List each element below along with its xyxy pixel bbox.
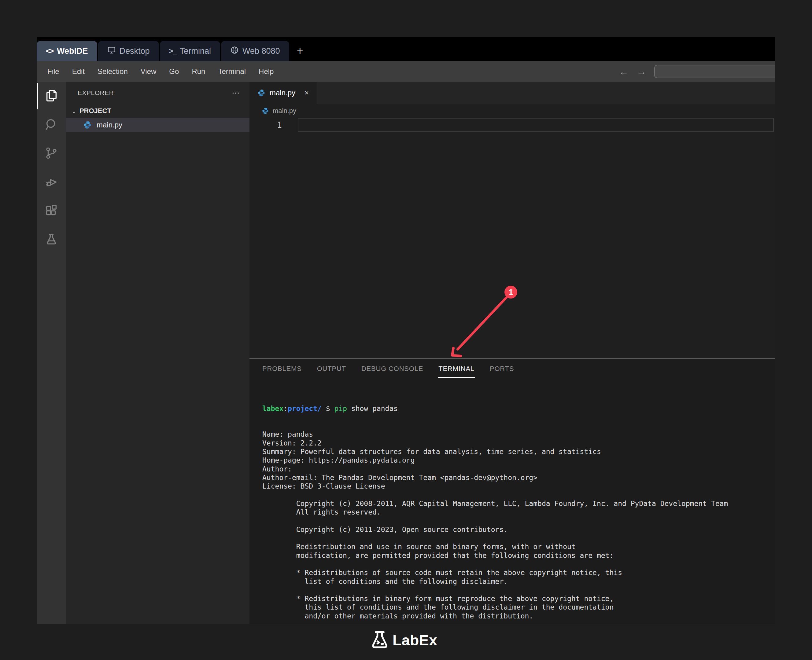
panel-tab-terminal[interactable]: TERMINAL bbox=[439, 365, 475, 373]
menu-file[interactable]: File bbox=[41, 67, 66, 76]
command-args: show pandas bbox=[347, 405, 398, 412]
terminal-prompt-line: labex:project/ $ pip show pandas bbox=[262, 404, 769, 413]
tab-webide-label: WebIDE bbox=[57, 46, 88, 56]
extensions-icon bbox=[44, 203, 59, 219]
tab-web-8080-label: Web 8080 bbox=[242, 46, 280, 56]
globe-icon bbox=[230, 46, 239, 57]
python-file-icon bbox=[262, 107, 269, 114]
editor-column: main.py × main.py 1 bbox=[249, 82, 775, 624]
panel-tab-debug-console[interactable]: DEBUG CONSOLE bbox=[361, 365, 423, 373]
menu-edit[interactable]: Edit bbox=[66, 67, 91, 76]
tab-terminal[interactable]: >_ Terminal bbox=[160, 41, 220, 61]
files-icon bbox=[44, 89, 59, 104]
git-branch-icon bbox=[44, 146, 59, 161]
explorer-header: EXPLORER ⋯ bbox=[66, 82, 249, 104]
editor-tab-main-py[interactable]: main.py × bbox=[249, 82, 317, 104]
activity-run-debug[interactable] bbox=[37, 168, 66, 197]
breadcrumb[interactable]: main.py bbox=[249, 104, 775, 118]
labex-flask-icon bbox=[371, 631, 388, 650]
menubar-right: ← → bbox=[619, 65, 775, 78]
menu-view[interactable]: View bbox=[134, 67, 163, 76]
editor-body[interactable]: 1 bbox=[249, 118, 775, 358]
bottom-panel: PROBLEMS OUTPUT DEBUG CONSOLE TERMINAL P… bbox=[249, 358, 775, 624]
panel-tab-ports[interactable]: PORTS bbox=[490, 365, 514, 373]
activity-explorer[interactable] bbox=[37, 82, 66, 111]
line-number: 1 bbox=[272, 121, 288, 130]
code-icon: <> bbox=[46, 47, 53, 55]
command-program: pip bbox=[334, 405, 347, 412]
prompt-user: labex bbox=[262, 405, 283, 412]
prompt-dollar: $ bbox=[322, 405, 334, 412]
tab-desktop-label: Desktop bbox=[119, 46, 150, 56]
screenshot-stage: <> WebIDE Desktop >_ Terminal Web 8080 + bbox=[0, 0, 812, 660]
monitor-icon bbox=[107, 46, 116, 57]
activity-extensions[interactable] bbox=[37, 197, 66, 225]
terminal-prompt-icon: >_ bbox=[169, 47, 176, 55]
forward-arrow-icon[interactable]: → bbox=[637, 67, 646, 76]
editor-tabbar: main.py × bbox=[249, 82, 775, 104]
activity-bar bbox=[37, 82, 66, 624]
project-section-header[interactable]: ⌄ PROJECT bbox=[66, 104, 249, 118]
python-file-icon bbox=[257, 89, 265, 97]
prompt-path: project/ bbox=[288, 405, 322, 412]
more-actions-icon[interactable]: ⋯ bbox=[232, 88, 240, 98]
panel-tab-problems[interactable]: PROBLEMS bbox=[262, 365, 302, 373]
activity-source-control[interactable] bbox=[37, 139, 66, 168]
current-line-highlight bbox=[298, 118, 774, 132]
explorer-sidebar: EXPLORER ⋯ ⌄ PROJECT main.py bbox=[66, 82, 249, 624]
new-tab-button[interactable]: + bbox=[290, 41, 310, 61]
prompt-separator: : bbox=[283, 405, 288, 412]
command-search-input[interactable] bbox=[654, 65, 775, 78]
activity-search[interactable] bbox=[37, 111, 66, 139]
webide-window: <> WebIDE Desktop >_ Terminal Web 8080 + bbox=[37, 36, 775, 624]
terminal-output-area[interactable]: labex:project/ $ pip show pandas Name: p… bbox=[249, 379, 775, 624]
debug-icon bbox=[44, 175, 59, 190]
breadcrumb-item: main.py bbox=[273, 107, 296, 115]
panel-tab-output[interactable]: OUTPUT bbox=[317, 365, 346, 373]
menu-go[interactable]: Go bbox=[163, 67, 185, 76]
chevron-down-icon: ⌄ bbox=[72, 108, 76, 114]
main-area: EXPLORER ⋯ ⌄ PROJECT main.py bbox=[37, 82, 775, 624]
top-tabstrip: <> WebIDE Desktop >_ Terminal Web 8080 + bbox=[37, 36, 775, 61]
tab-terminal-label: Terminal bbox=[180, 46, 211, 56]
python-file-icon bbox=[83, 121, 92, 129]
tab-webide[interactable]: <> WebIDE bbox=[37, 41, 97, 61]
menu-run[interactable]: Run bbox=[185, 67, 211, 76]
menu-selection[interactable]: Selection bbox=[91, 67, 134, 76]
menubar: File Edit Selection View Go Run Terminal… bbox=[37, 61, 775, 82]
activity-lab[interactable] bbox=[37, 225, 66, 254]
back-arrow-icon[interactable]: ← bbox=[619, 67, 629, 76]
labex-brand-text: LabEx bbox=[392, 632, 437, 649]
labex-logo: LabEx bbox=[371, 631, 437, 650]
file-item-label: main.py bbox=[97, 121, 122, 129]
explorer-title: EXPLORER bbox=[78, 89, 114, 97]
flask-icon bbox=[44, 232, 59, 248]
panel-tabbar: PROBLEMS OUTPUT DEBUG CONSOLE TERMINAL P… bbox=[249, 359, 775, 379]
close-icon[interactable]: × bbox=[305, 89, 309, 97]
search-icon bbox=[44, 117, 59, 133]
menu-terminal[interactable]: Terminal bbox=[211, 67, 252, 76]
terminal-output-text: Name: pandas Version: 2.2.2 Summary: Pow… bbox=[262, 430, 769, 624]
tab-web-8080[interactable]: Web 8080 bbox=[221, 41, 289, 61]
editor-tab-title: main.py bbox=[270, 89, 296, 97]
project-section-label: PROJECT bbox=[79, 107, 111, 115]
tab-desktop[interactable]: Desktop bbox=[98, 41, 159, 61]
file-item-main-py[interactable]: main.py bbox=[66, 118, 249, 132]
menu-help[interactable]: Help bbox=[252, 67, 280, 76]
